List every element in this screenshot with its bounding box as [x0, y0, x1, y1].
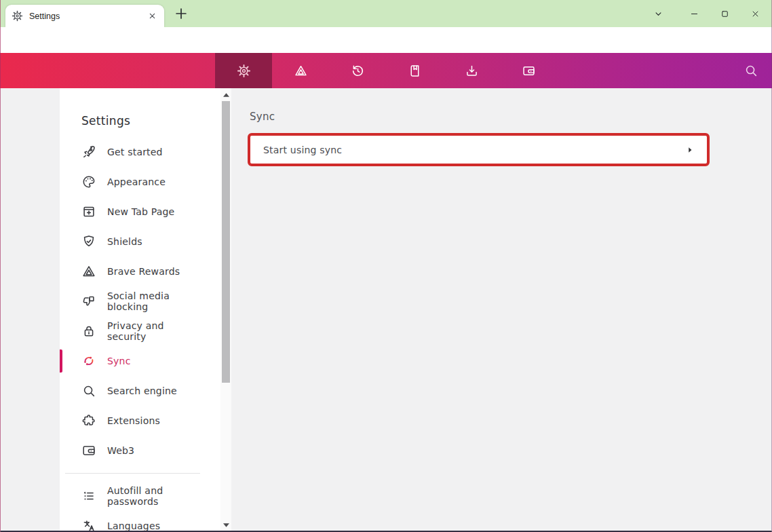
minimize-button[interactable] — [679, 3, 710, 24]
sidebar-divider — [65, 473, 200, 474]
settings-sidebar: Settings Get startedAppearanceNew Tab Pa… — [60, 88, 220, 532]
tab-search-chevron-icon[interactable] — [643, 3, 674, 24]
downloads-icon — [465, 64, 479, 78]
sidebar-item-label: Web3 — [107, 445, 202, 456]
banner-button-settings-gear-icon[interactable] — [215, 53, 272, 88]
start-using-sync-label: Start using sync — [263, 145, 342, 155]
sync-icon — [81, 354, 96, 368]
settings-gear-icon — [12, 10, 23, 22]
maximize-button[interactable] — [710, 3, 740, 24]
settings-gear-icon — [237, 64, 251, 78]
main-area: Settings Get startedAppearanceNew Tab Pa… — [0, 88, 772, 532]
sidebar-item-label: Privacy and security — [107, 320, 202, 342]
scroll-up-icon[interactable] — [220, 90, 231, 100]
sidebar-item-label: Social media blocking — [107, 290, 202, 312]
new-tab-icon — [81, 204, 96, 219]
brave-rewards-icon — [294, 64, 308, 78]
social-blocking-icon — [81, 294, 96, 309]
scrollbar-thumb[interactable] — [222, 101, 230, 383]
wallet-icon — [522, 64, 536, 78]
sidebar-item-brave-rewards[interactable]: Brave Rewards — [60, 256, 220, 286]
sidebar-item-label: Shields — [107, 236, 202, 247]
sidebar-item-search-engine[interactable]: Search engine — [60, 376, 220, 406]
sidebar-item-new-tab-page[interactable]: New Tab Page — [60, 197, 220, 227]
settings-content: Sync Start using sync — [231, 88, 772, 532]
sidebar-scrollbar[interactable] — [220, 88, 231, 532]
sidebar-item-label: Appearance — [107, 176, 202, 187]
settings-search-icon[interactable] — [744, 63, 758, 78]
sidebar-title: Settings — [81, 114, 220, 128]
sidebar-item-privacy-and-security[interactable]: Privacy and security — [60, 316, 220, 346]
palette-icon — [81, 174, 96, 189]
sidebar-item-appearance[interactable]: Appearance — [60, 167, 220, 197]
rocket-icon — [81, 145, 96, 159]
banner-icon-row — [215, 53, 557, 88]
tab-title: Settings — [29, 12, 147, 21]
banner-button-wallet-icon[interactable] — [500, 53, 557, 88]
sidebar-item-sync[interactable]: Sync — [60, 346, 220, 376]
rewards-triangle-icon — [81, 264, 96, 279]
sidebar-item-label: Get started — [107, 147, 202, 157]
scroll-down-icon[interactable] — [220, 520, 231, 530]
banner-button-bookmarks-icon[interactable] — [386, 53, 443, 88]
sidebar-item-get-started[interactable]: Get started — [60, 137, 220, 167]
tab-close-icon[interactable] — [147, 10, 158, 22]
navigation-bar: Brave brave://settings/braveSync VPN — [0, 27, 772, 53]
sidebar-item-autofill-and-passwords[interactable]: Autofill and passwords — [60, 481, 220, 511]
magnifier-icon — [81, 383, 96, 398]
new-tab-button[interactable] — [174, 6, 189, 21]
shield-check-icon — [81, 234, 96, 249]
sidebar-item-shields[interactable]: Shields — [60, 227, 220, 256]
puzzle-icon — [81, 413, 96, 428]
lock-icon — [81, 324, 96, 339]
banner-button-history-icon[interactable] — [329, 53, 386, 88]
autofill-list-icon — [81, 489, 96, 504]
sidebar-item-social-media-blocking[interactable]: Social media blocking — [60, 286, 220, 316]
sidebar-item-label: Extensions — [107, 415, 202, 426]
banner-button-brave-rewards-icon[interactable] — [272, 53, 329, 88]
wallet-icon — [81, 443, 96, 458]
titlebar: Settings — [0, 0, 772, 27]
browser-tab-settings[interactable]: Settings — [5, 5, 164, 27]
sidebar-item-label: Languages — [107, 520, 202, 531]
close-window-button[interactable] — [740, 3, 771, 24]
translate-icon — [81, 518, 96, 532]
bookmarks-icon — [408, 64, 422, 78]
sidebar-item-label: Search engine — [107, 385, 202, 396]
sidebar-item-label: Autofill and passwords — [107, 485, 202, 507]
sidebar-item-extensions[interactable]: Extensions — [60, 406, 220, 436]
chevron-right-icon — [686, 146, 694, 154]
settings-feature-banner — [0, 53, 772, 88]
sidebar-item-label: Brave Rewards — [107, 266, 202, 277]
history-icon — [351, 64, 365, 78]
sidebar-item-web3[interactable]: Web3 — [60, 436, 220, 466]
sidebar-nav-list: Get startedAppearanceNew Tab PageShields… — [60, 137, 220, 532]
banner-button-downloads-icon[interactable] — [443, 53, 500, 88]
start-using-sync-row[interactable]: Start using sync — [248, 133, 710, 166]
section-title: Sync — [250, 111, 772, 123]
sidebar-item-label: Sync — [107, 356, 202, 366]
window-controls — [643, 0, 771, 27]
sidebar-item-languages[interactable]: Languages — [60, 511, 220, 532]
sidebar-item-label: New Tab Page — [107, 206, 202, 217]
